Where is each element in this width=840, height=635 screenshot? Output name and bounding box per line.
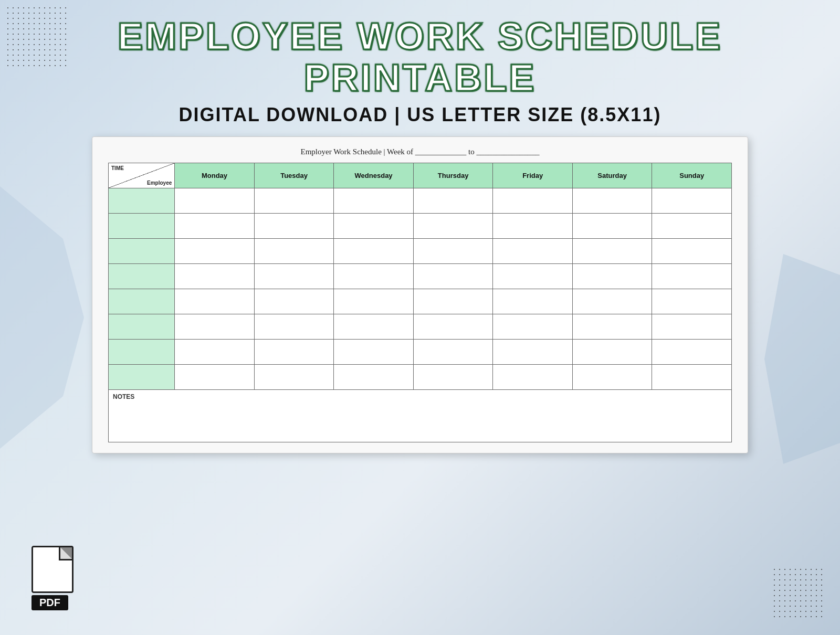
employee-cell [109,314,175,340]
schedule-cell [652,264,732,289]
schedule-cell [413,264,493,289]
schedule-cell [572,314,652,340]
table-row [109,365,732,390]
document-preview: Employer Work Schedule | Week of _______… [92,136,748,453]
schedule-cell [572,289,652,314]
schedule-cell [413,239,493,264]
schedule-cell [493,264,573,289]
schedule-cell [652,340,732,365]
header-saturday: Saturday [572,163,652,188]
schedule-cell [493,365,573,390]
schedule-cell [175,340,255,365]
schedule-cell [413,340,493,365]
schedule-cell [175,214,255,239]
schedule-cell [572,188,652,214]
schedule-cell [413,214,493,239]
main-title: EMPLOYEE WORK SCHEDULE PRINTABLE [118,16,722,99]
schedule-cell [175,314,255,340]
schedule-cell [493,340,573,365]
table-row [109,214,732,239]
employee-cell [109,289,175,314]
schedule-table: TIME Employee Monday Tuesday Wednesday T… [108,163,732,442]
pdf-icon-document [32,546,74,593]
schedule-cell [334,365,414,390]
schedule-cell [572,365,652,390]
corner-employee-label: Employee [147,180,172,186]
table-row [109,239,732,264]
schedule-cell [254,188,334,214]
schedule-cell [413,314,493,340]
schedule-cell [652,365,732,390]
table-row [109,314,732,340]
schedule-cell [175,365,255,390]
schedule-cell [254,214,334,239]
employee-cell [109,264,175,289]
employee-cell [109,340,175,365]
header-wednesday: Wednesday [334,163,414,188]
schedule-cell [334,239,414,264]
schedule-cell [334,340,414,365]
pdf-icon: PDF [32,546,84,604]
page-container: EMPLOYEE WORK SCHEDULE PRINTABLE DIGITAL… [0,0,840,635]
schedule-cell [254,314,334,340]
schedule-cell [175,188,255,214]
schedule-cell [334,188,414,214]
schedule-cell [572,340,652,365]
table-row [109,264,732,289]
header-sunday: Sunday [652,163,732,188]
corner-time-label: TIME [111,165,124,171]
schedule-cell [175,239,255,264]
header-friday: Friday [493,163,573,188]
schedule-cell [254,340,334,365]
schedule-cell [493,314,573,340]
schedule-cell [652,314,732,340]
corner-header: TIME Employee [109,163,175,188]
schedule-cell [175,289,255,314]
schedule-cell [334,264,414,289]
employee-cell [109,188,175,214]
subtitle: DIGITAL DOWNLOAD | US LETTER SIZE (8.5X1… [179,104,662,126]
schedule-cell [493,214,573,239]
employee-cell [109,365,175,390]
schedule-cell [652,239,732,264]
schedule-cell [175,264,255,289]
employee-cell [109,239,175,264]
notes-cell: NOTES [109,390,732,442]
table-row [109,289,732,314]
schedule-cell [254,264,334,289]
schedule-cell [254,365,334,390]
schedule-cell [652,188,732,214]
schedule-cell [334,314,414,340]
table-row [109,340,732,365]
header-monday: Monday [175,163,255,188]
schedule-cell [572,214,652,239]
notes-row: NOTES [109,390,732,442]
schedule-cell [652,214,732,239]
schedule-cell [413,289,493,314]
table-row [109,188,732,214]
header-row: TIME Employee Monday Tuesday Wednesday T… [109,163,732,188]
schedule-cell [413,188,493,214]
header-thursday: Thursday [413,163,493,188]
schedule-cell [334,289,414,314]
employee-cell [109,214,175,239]
schedule-cell [493,239,573,264]
schedule-cell [254,239,334,264]
schedule-cell [572,239,652,264]
pdf-label: PDF [32,595,68,610]
schedule-cell [334,214,414,239]
header-tuesday: Tuesday [254,163,334,188]
schedule-cell [413,365,493,390]
schedule-cell [493,188,573,214]
doc-header: Employer Work Schedule | Week of _______… [108,147,732,156]
schedule-cell [572,264,652,289]
schedule-cell [493,289,573,314]
schedule-cell [652,289,732,314]
schedule-cell [254,289,334,314]
